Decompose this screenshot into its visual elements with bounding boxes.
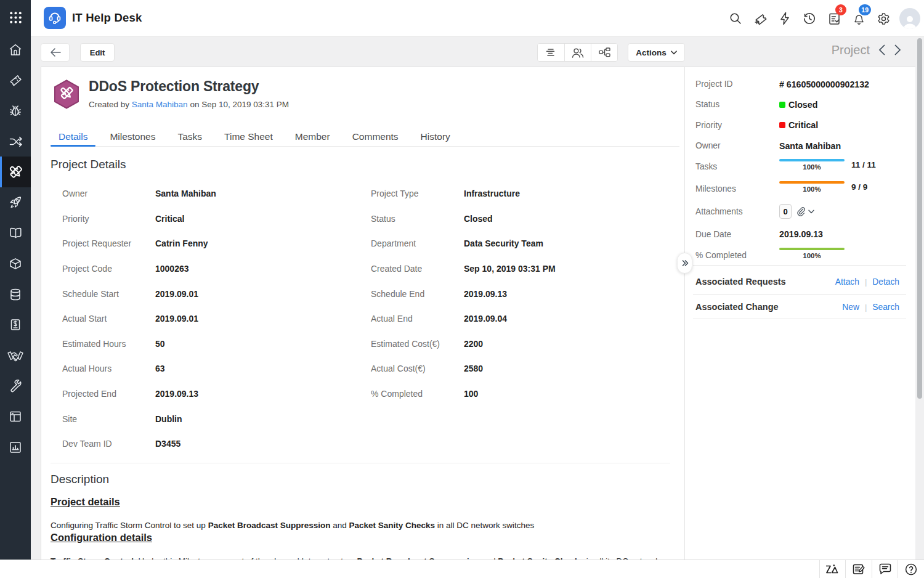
panel-row-status: Status Closed [685,94,915,115]
record-pager: Project [832,43,903,57]
gantt-view-icon[interactable] [538,44,564,61]
sidebar-item-purchases[interactable] [0,309,31,340]
history-icon[interactable] [797,6,822,31]
sidebar-item-home[interactable] [0,35,31,65]
field-value: 2580 [464,364,675,373]
field-label: Projected End [51,389,155,399]
tasks-progress-bar [779,159,845,161]
projects-icon [7,164,24,181]
tab-history[interactable]: History [413,124,458,146]
sidebar-item-assets[interactable] [0,248,31,279]
panel-row-milestones: Milestones 100% 9 / 9 [685,177,915,201]
shuffle-icon [9,135,23,149]
person-icon [902,14,918,29]
back-button[interactable] [41,43,70,62]
associated-requests-title: Associated Requests [695,277,835,287]
feedback-note-icon[interactable] [845,560,872,578]
live-chat-icon[interactable] [872,560,898,578]
sidebar-item-bugs[interactable] [0,96,31,126]
field-label: Owner [695,141,779,150]
help-icon[interactable] [898,560,924,578]
details-row: Project Requester Catrin Fenny Departmen… [51,231,675,256]
field-value: Infrastructure [464,189,675,198]
sidebar-item-solutions[interactable] [0,218,31,249]
tab-details[interactable]: Details [51,124,95,146]
settings-icon[interactable] [871,6,896,31]
invoice-icon [9,318,22,332]
attachments-count: 0 [779,204,792,219]
sidebar-item-projects[interactable] [0,157,31,187]
details-row: Actual Start 2019.09.01 Actual End 2019.… [51,306,675,332]
field-value: 2019.09.01 [155,314,371,324]
field-label: Status [371,214,464,224]
tab-milestones[interactable]: Milestones [102,124,163,146]
field-label: Site [51,414,155,424]
app-logo[interactable] [44,7,66,29]
project-tabs: Details Milestones Tasks Time Sheet Memb… [51,124,679,147]
created-by-link[interactable]: Santa Mahiban [132,100,188,109]
sidebar-item-custom-views[interactable] [0,401,31,432]
attachments-chevron-icon[interactable] [808,210,814,214]
members-view-icon[interactable] [564,44,591,61]
field-value: 100 [464,389,675,399]
tab-member[interactable]: Member [287,124,338,146]
sidebar-item-tickets[interactable] [0,65,31,96]
field-value: Critical [155,214,371,224]
details-row: Schedule Start 2019.09.01 Schedule End 2… [51,281,675,306]
quick-actions-icon[interactable] [772,6,797,31]
field-label: % Completed [695,251,779,260]
field-label: Actual Cost(€) [371,364,464,373]
created-by-prefix: Created by [89,100,129,109]
sidebar-item-admin[interactable] [0,371,31,402]
tree-view-icon[interactable] [591,44,617,61]
page-scrollbar-thumb[interactable] [917,38,922,399]
panel-divider [693,265,906,266]
top-header: IT Help Desk [0,0,924,37]
notifications-icon[interactable]: 19 [846,6,871,31]
detach-link[interactable]: Detach [872,277,899,287]
field-label: % Completed [371,389,464,399]
tab-comments[interactable]: Comments [344,124,407,146]
field-value: 63 [155,364,371,373]
add-ticket-icon[interactable] [748,6,772,31]
apps-grid-icon[interactable] [0,0,31,35]
panel-row-tasks: Tasks 100% 11 / 11 [685,157,915,177]
attach-link[interactable]: Attach [835,277,859,287]
associated-change-title: Associated Change [695,302,842,312]
milestones-progress-bar [779,181,845,184]
completed-progress-bar [779,248,845,250]
approvals-badge: 3 [835,4,846,15]
link-separator: | [865,303,867,312]
sidebar-item-contracts[interactable] [0,340,31,371]
sidebar-item-releases[interactable] [0,187,31,218]
details-row: Owner Santa Mahiban Project Type Infrast… [51,181,675,206]
associated-requests-section: Associated Requests Attach | Detach [685,270,915,293]
user-avatar[interactable] [899,8,920,29]
search-icon[interactable] [723,6,748,31]
paperclip-icon[interactable] [796,206,806,217]
field-label: Owner [51,189,155,198]
sidebar-item-changes[interactable] [0,126,31,157]
description-paragraph-1: Configuring Traffic Storm Control to set… [51,519,673,531]
edit-button[interactable]: Edit [80,43,115,62]
actions-button[interactable]: Actions [628,43,685,62]
search-link[interactable]: Search [872,303,899,312]
next-record-icon[interactable] [892,43,903,57]
status-color-swatch [779,102,785,108]
sidebar-item-reports[interactable] [0,432,31,463]
field-value: Dublin [155,414,371,424]
tab-time-sheet[interactable]: Time Sheet [216,124,281,146]
actions-label: Actions [636,48,667,57]
collapse-panel-button[interactable] [677,253,692,274]
page-scrollbar-track[interactable] [915,37,924,560]
database-icon [9,288,22,301]
previous-record-icon[interactable] [876,43,887,57]
sidebar-item-cmdb[interactable] [0,279,31,310]
tab-tasks[interactable]: Tasks [169,124,210,146]
zia-assistant-icon[interactable] [819,560,846,578]
approvals-icon[interactable]: 3 [822,6,846,31]
field-label: Priority [51,214,155,224]
new-link[interactable]: New [842,303,859,312]
description-subheading-2: Configuration details [51,532,673,543]
created-on: on Sep 10, 2019 03:31 PM [188,100,289,109]
